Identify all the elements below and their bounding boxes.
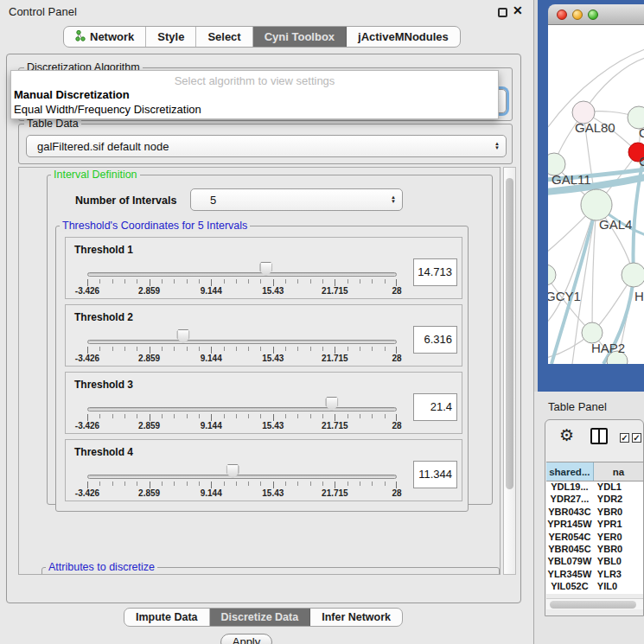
scrollbar-thumb[interactable] bbox=[506, 178, 513, 489]
threshold-3-slider-thumb[interactable] bbox=[325, 397, 338, 411]
threshold-1-slider-thumb[interactable] bbox=[259, 262, 272, 277]
tick-labels: -3.426 2.859 9.144 15.43 21.715 28 bbox=[87, 421, 397, 431]
network-canvas[interactable]: GAL80 G C GAL11 GAL4 GCY1 H HAP2 bbox=[548, 25, 644, 364]
tick-labels: -3.426 2.859 9.144 15.43 21.715 28 bbox=[87, 286, 397, 296]
table-row[interactable]: YER054CYER0 bbox=[546, 532, 643, 544]
table-row[interactable]: YBL079WYBL0 bbox=[546, 556, 643, 568]
table-row[interactable]: YLR345WYLR3 bbox=[546, 569, 643, 581]
stepper-arrows-icon: ▲ ▼ bbox=[494, 142, 500, 150]
table-row[interactable]: YDR27...YDR2 bbox=[546, 494, 643, 506]
gear-icon[interactable]: ⚙ bbox=[559, 425, 574, 445]
threshold-4-value-field[interactable]: 11.344 bbox=[413, 461, 457, 488]
column-header-name[interactable]: na bbox=[594, 462, 643, 481]
tab-label: Impute Data bbox=[136, 611, 198, 623]
threshold-1-panel: Threshold 1 -3.426 2.859 9.144 15.43 bbox=[65, 237, 462, 299]
tick-marks bbox=[87, 414, 397, 421]
dropdown-option-manual-discretization[interactable]: Manual Discretization bbox=[14, 88, 130, 101]
table-toolbar: ⚙ ✓ ✓ bbox=[545, 420, 643, 451]
close-icon[interactable]: ✕ bbox=[513, 3, 523, 17]
number-of-intervals-value: 5 bbox=[210, 194, 216, 207]
table-panel-area: Table Panel ⚙ ✓ ✓ shared... na YDL19...Y… bbox=[534, 392, 644, 644]
table-row[interactable]: YIL052CYIL0 bbox=[546, 581, 643, 593]
threshold-2-value-field[interactable]: 6.316 bbox=[413, 326, 457, 354]
tab-style[interactable]: Style bbox=[146, 27, 196, 47]
node-label: C bbox=[639, 154, 644, 169]
window-title: Control Panel bbox=[9, 5, 77, 18]
threshold-4-slider-thumb[interactable] bbox=[226, 464, 239, 479]
network-window-titlebar[interactable] bbox=[548, 4, 644, 25]
node-label: GAL11 bbox=[552, 172, 591, 187]
dropdown-option-equal-width-frequency[interactable]: Equal Width/Frequency Discretization bbox=[14, 103, 201, 116]
node-label: GCY1 bbox=[548, 289, 581, 303]
scrollbar-thumb[interactable] bbox=[550, 601, 636, 609]
tick-marks bbox=[87, 481, 397, 488]
node-label: GAL4 bbox=[599, 217, 632, 232]
float-window-icon[interactable] bbox=[498, 8, 507, 17]
table-data-combobox[interactable]: galFiltered.sif default node ▲ ▼ bbox=[26, 135, 507, 157]
algorithm-dropdown-popup: Select algorithm to view settings Manual… bbox=[10, 70, 499, 119]
table-data-group-label: Table Data bbox=[24, 118, 81, 130]
settings-scrollbar[interactable] bbox=[503, 167, 516, 575]
node-table: shared... na YDL19...YDL1 YDR27...YDR2 Y… bbox=[546, 462, 643, 594]
table-panel-title: Table Panel bbox=[548, 400, 607, 413]
tab-label: Style bbox=[157, 30, 184, 43]
tab-label: Select bbox=[207, 30, 240, 43]
minimize-traffic-light-icon[interactable] bbox=[572, 10, 583, 20]
table-row[interactable]: YDL19...YDL1 bbox=[546, 481, 643, 494]
table-data-groupbox: Table Data galFiltered.sif default node … bbox=[18, 124, 513, 164]
node-label: GAL80 bbox=[575, 120, 615, 135]
table-horizontal-scrollbar[interactable] bbox=[546, 598, 643, 609]
column-header-shared-name[interactable]: shared... bbox=[546, 462, 594, 481]
node-label: G bbox=[639, 125, 644, 140]
node-label: H bbox=[634, 289, 644, 303]
tab-select[interactable]: Select bbox=[196, 27, 252, 47]
network-icon bbox=[75, 30, 86, 44]
table-header-row: shared... na bbox=[546, 462, 643, 481]
interval-definition-groupbox: Interval Definition Number of Intervals … bbox=[47, 175, 493, 505]
attributes-group-label: Attributes to discretize bbox=[46, 561, 157, 573]
number-of-intervals-label: Number of Intervals bbox=[75, 194, 176, 207]
table-row[interactable]: YPR145WYPR1 bbox=[546, 519, 643, 531]
graph-node-gcy1 bbox=[548, 265, 556, 285]
threshold-2-slider-thumb[interactable] bbox=[176, 329, 189, 344]
tick-marks bbox=[87, 347, 397, 354]
table-row[interactable]: YBR043CYBR0 bbox=[546, 507, 643, 519]
tab-discretize-data[interactable]: Discretize Data bbox=[210, 609, 311, 626]
threshold-3-value-field[interactable]: 21.4 bbox=[413, 393, 457, 421]
control-panel-window: Control Panel ✕ Network Style Select Cyn… bbox=[0, 0, 534, 644]
zoom-traffic-light-icon[interactable] bbox=[588, 10, 598, 20]
checkbox-icon[interactable]: ✓ bbox=[632, 433, 641, 443]
tab-network[interactable]: Network bbox=[64, 27, 146, 47]
tab-label: Network bbox=[90, 30, 134, 43]
threshold-1-value-field[interactable]: 14.713 bbox=[413, 258, 457, 286]
apply-button[interactable]: Apply bbox=[220, 634, 272, 644]
tab-label: jActiveMNodules bbox=[358, 30, 449, 43]
tab-label: Infer Network bbox=[322, 611, 391, 623]
stepper-arrows-icon: ▲ ▼ bbox=[391, 195, 396, 204]
tab-cyni-toolbox[interactable]: Cyni Toolbox bbox=[253, 27, 347, 47]
graph-node-gal4 bbox=[581, 189, 612, 220]
cyni-mode-tabs: Impute Data Discretize Data Infer Networ… bbox=[124, 608, 403, 627]
thresholds-groupbox: Threshold's Coordinates for 5 Intervals … bbox=[55, 226, 469, 512]
cyni-toolbox-panel: Discretization Algorithm ▲ ▼ Table Data … bbox=[6, 54, 521, 603]
graph-node bbox=[622, 263, 644, 287]
threshold-4-panel: Threshold 4 -3.426 2.859 9.144 15.43 bbox=[65, 439, 462, 501]
close-traffic-light-icon[interactable] bbox=[557, 10, 567, 20]
number-of-intervals-combobox[interactable]: 5 ▲ ▼ bbox=[190, 188, 403, 211]
tab-jactivemnodules[interactable]: jActiveMNodules bbox=[347, 27, 460, 47]
split-columns-icon[interactable] bbox=[590, 428, 608, 444]
settings-scroll-viewport: Interval Definition Number of Intervals … bbox=[18, 167, 501, 575]
threshold-3-panel: Threshold 3 -3.426 2.859 9.144 15.43 bbox=[65, 372, 462, 434]
stepper-down-icon: ▼ bbox=[494, 146, 500, 150]
table-data-value: galFiltered.sif default node bbox=[37, 140, 169, 153]
tick-labels: -3.426 2.859 9.144 15.43 21.715 28 bbox=[87, 354, 397, 364]
checkbox-icon[interactable]: ✓ bbox=[620, 433, 629, 443]
tab-infer-network[interactable]: Infer Network bbox=[310, 609, 402, 626]
tab-impute-data[interactable]: Impute Data bbox=[124, 609, 210, 626]
dropdown-prompt: Select algorithm to view settings bbox=[11, 74, 498, 87]
node-label: HAP2 bbox=[591, 341, 625, 355]
interval-definition-label: Interval Definition bbox=[51, 169, 140, 181]
table-panel-window: ⚙ ✓ ✓ shared... na YDL19...YDL1 YDR27...… bbox=[545, 419, 644, 616]
table-row[interactable]: YBR045CYBR0 bbox=[546, 544, 643, 556]
tab-label: Discretize Data bbox=[221, 611, 299, 623]
